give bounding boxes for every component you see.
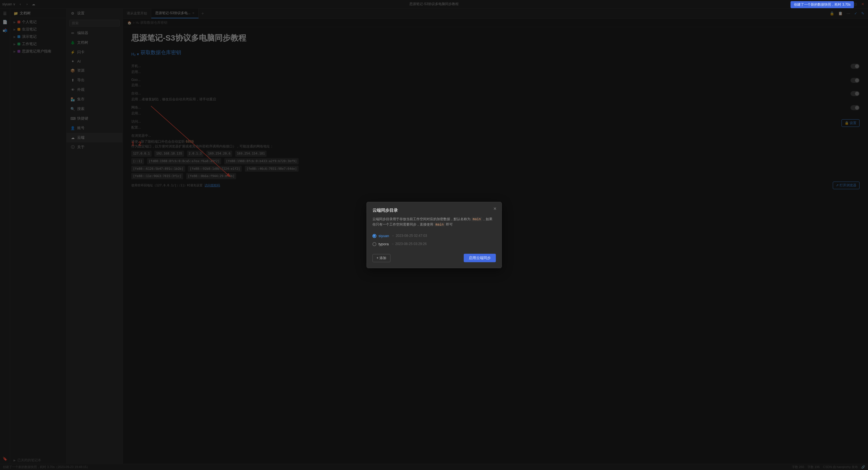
cloud-sync-dialog: ✕ 云端同步目录 云端同步目录用于存放当前工作空间对应的加密数据，默认名称为 m…	[367, 202, 502, 268]
dialog-close-button[interactable]: ✕	[492, 206, 498, 212]
confirm-sync-button[interactable]: 启用云端同步	[464, 254, 496, 262]
dialog-overlay: ✕ 云端同步目录 云端同步目录用于存放当前工作空间对应的加密数据，默认名称为 m…	[0, 0, 868, 470]
radio-typora-button[interactable]	[372, 242, 376, 246]
radio-siyuan[interactable]: siyuan － 2023-08-25 02:47:03	[372, 232, 496, 240]
code-main: main	[471, 217, 482, 221]
dialog-footer: + 添加 启用云端同步	[372, 254, 496, 262]
add-button[interactable]: + 添加	[372, 254, 391, 262]
radio-typora-label: typora	[379, 242, 389, 246]
dialog-title: 云端同步目录	[372, 208, 496, 213]
radio-siyuan-label: siyuan	[379, 234, 389, 238]
radio-siyuan-button[interactable]	[372, 234, 376, 238]
radio-typora[interactable]: typora － 2023-08-25 03:29:26	[372, 240, 496, 248]
notification-banner: 创建了一个新的数据快照，耗时 3.70s	[790, 1, 854, 8]
radio-siyuan-date: － 2023-08-25 02:47:03	[391, 233, 427, 238]
code-main2: main	[434, 222, 445, 227]
dialog-description: 云端同步目录用于存放当前工作空间对应的加密数据，默认名称为 main，如果你只有…	[372, 216, 496, 227]
radio-typora-date: － 2023-08-25 03:29:26	[391, 242, 427, 246]
